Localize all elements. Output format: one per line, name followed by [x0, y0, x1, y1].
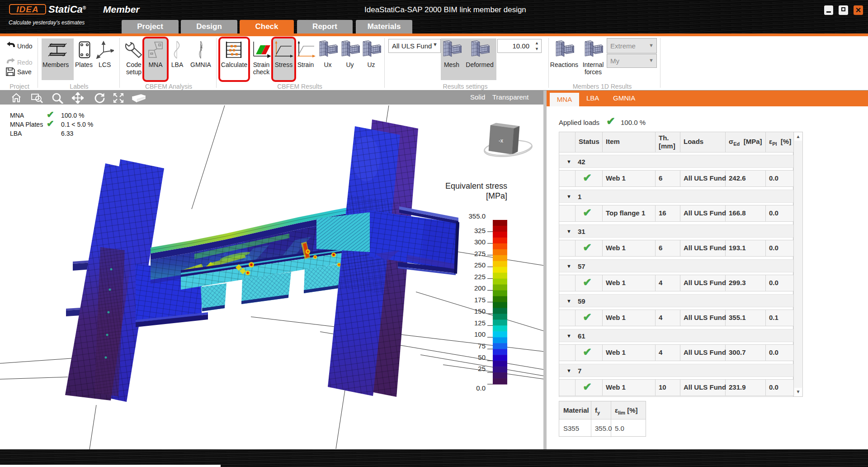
- svg-text:125: 125: [474, 319, 486, 327]
- svg-text:50: 50: [478, 353, 486, 361]
- svg-text:-x: -x: [499, 138, 503, 144]
- svg-text:175: 175: [474, 296, 486, 304]
- svg-text:225: 225: [474, 273, 486, 281]
- svg-text:[MPa]: [MPa]: [486, 191, 507, 200]
- svg-text:150: 150: [474, 307, 486, 315]
- svg-text:75: 75: [478, 342, 486, 350]
- svg-text:200: 200: [474, 284, 486, 292]
- svg-text:25: 25: [478, 365, 486, 372]
- svg-text:100: 100: [474, 330, 486, 338]
- svg-text:325: 325: [474, 227, 486, 234]
- svg-text:275: 275: [474, 250, 486, 257]
- svg-text:0.0: 0.0: [476, 384, 486, 392]
- svg-text:355.0: 355.0: [468, 212, 486, 220]
- svg-text:Equivalent stress: Equivalent stress: [445, 181, 507, 191]
- svg-text:300: 300: [474, 238, 486, 246]
- svg-text:250: 250: [474, 261, 486, 269]
